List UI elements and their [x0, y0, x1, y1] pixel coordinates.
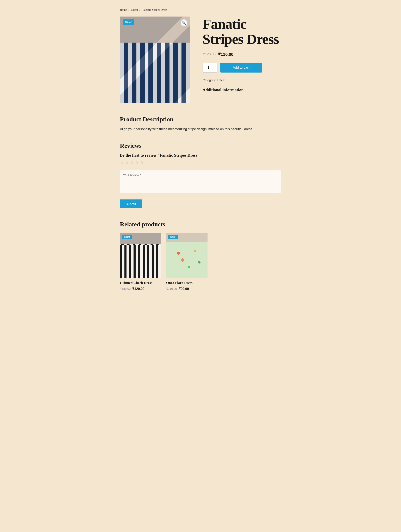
card2-price-original: ₹110.00 [166, 287, 177, 290]
related-products-title: Related products [120, 221, 281, 228]
card1-dress-figure [120, 233, 161, 278]
category-line: Category: Latest [203, 78, 281, 82]
card2-price-row: ₹110.00 ₹90.00 [166, 287, 208, 291]
category-value[interactable]: Latest [217, 78, 225, 82]
quantity-input[interactable] [203, 63, 217, 73]
breadcrumb: Home / Latest / Fanatic Stripes Dress [120, 8, 281, 12]
card2-dress-figure [166, 233, 208, 278]
product-description: Product Description Align your personali… [120, 116, 281, 132]
related-products-grid: Sale! Grinned Check Dress ₹150.00 ₹120.0… [120, 233, 281, 291]
category-label: Category: [203, 78, 216, 82]
breadcrumb-current: Fanatic Stripes Dress [143, 8, 167, 11]
card1-price-sale: ₹120.00 [132, 287, 145, 291]
page-wrapper: Home / Latest / Fanatic Stripes Dress Sa… [108, 0, 293, 307]
breadcrumb-sep2: / [140, 8, 140, 11]
sale-badge: Sale! [123, 19, 134, 25]
card2-title: Onea Flora Dress [166, 281, 208, 285]
breadcrumb-sep1: / [128, 8, 129, 11]
submit-button[interactable]: Submit [120, 199, 142, 208]
reviews-section: Reviews Be the first to review “Fanatic … [120, 142, 281, 208]
product-image [120, 17, 190, 103]
star-3[interactable]: ☆ [130, 160, 134, 165]
price-sale: ₹110.00 [218, 52, 233, 57]
product-image-wrapper: Sale! 🔍 [120, 17, 190, 103]
related-product-card-1[interactable]: Sale! Grinned Check Dress ₹150.00 ₹120.0… [120, 233, 161, 291]
related-products: Related products Sale! Grinned Check Dre… [120, 221, 281, 291]
review-textarea[interactable] [120, 170, 281, 193]
star-4[interactable]: ☆ [135, 160, 139, 165]
price-section: ₹120.00 ₹110.00 [203, 52, 281, 57]
product-info: Fanatic Stripes Dress ₹120.00 ₹110.00 Ad… [203, 17, 281, 103]
reviews-title: Reviews [120, 142, 281, 149]
card1-sale-badge: Sale! [122, 235, 132, 239]
star-5[interactable]: ☆ [140, 160, 144, 165]
product-section: Sale! 🔍 Fanatic Stripes Dress ₹120.00 ₹1… [120, 17, 281, 103]
star-rating[interactable]: ☆ ☆ ☆ ☆ ☆ [120, 160, 281, 165]
description-title: Product Description [120, 116, 281, 123]
add-to-cart-row: Add to cart [203, 63, 281, 73]
card2-sale-badge: Sale! [168, 235, 178, 239]
breadcrumb-latest[interactable]: Latest [131, 8, 138, 11]
card1-price-row: ₹150.00 ₹120.00 [120, 287, 161, 291]
zoom-icon[interactable]: 🔍 [181, 19, 187, 26]
card2-price-sale: ₹90.00 [178, 287, 189, 291]
description-text: Align your personality with these mesmer… [120, 127, 281, 132]
star-1[interactable]: ☆ [120, 160, 124, 165]
card1-title: Grinned Check Dress [120, 281, 161, 285]
related-product-image-2: Sale! [166, 233, 208, 278]
add-to-cart-button[interactable]: Add to cart [220, 63, 262, 73]
star-2[interactable]: ☆ [125, 160, 129, 165]
first-review-prompt: Be the first to review “Fanatic Stripes … [120, 153, 281, 158]
additional-info-title: Additional information [203, 88, 281, 92]
card1-price-original: ₹150.00 [120, 287, 131, 290]
breadcrumb-home[interactable]: Home [120, 8, 127, 11]
product-title: Fanatic Stripes Dress [203, 17, 281, 47]
dress-figure [120, 17, 190, 103]
related-product-image-1: Sale! [120, 233, 161, 278]
price-original: ₹120.00 [203, 52, 216, 57]
related-product-card-2[interactable]: Sale! Onea Flora Dress ₹110.00 ₹90.00 [166, 233, 208, 291]
